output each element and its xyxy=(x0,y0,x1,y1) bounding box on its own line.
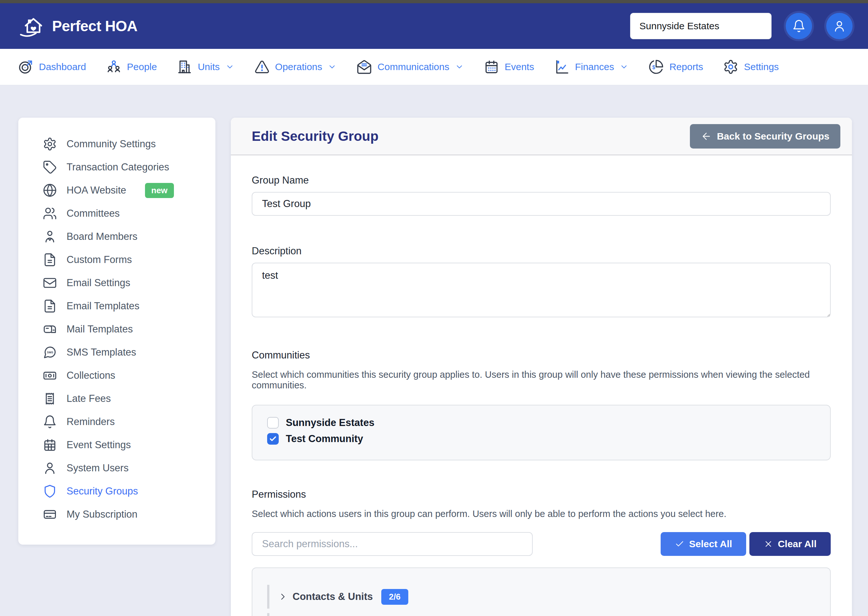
checkbox-unchecked[interactable] xyxy=(267,417,279,429)
sidebar-item-transaction-categories[interactable]: Transaction Categories xyxy=(18,156,215,179)
sidebar-item-label: Committees xyxy=(66,208,119,219)
sidebar-item-email-settings[interactable]: Email Settings xyxy=(18,271,215,294)
svg-text:SMS: SMS xyxy=(47,351,53,354)
sidebar-item-system-users[interactable]: System Users xyxy=(18,457,215,480)
window-top-strip xyxy=(0,0,868,3)
tag-icon xyxy=(43,160,57,174)
nav-item-dashboard[interactable]: Dashboard xyxy=(18,59,86,75)
sidebar-item-board-members[interactable]: Board Members xyxy=(18,225,215,248)
panel-header: Edit Security Group Back to Security Gro… xyxy=(231,118,852,155)
sidebar-item-hoa-website[interactable]: HOA Website new xyxy=(18,179,215,202)
sidebar-item-my-subscription[interactable]: My Subscription xyxy=(18,503,215,526)
chevron-down-icon xyxy=(455,62,464,71)
nav-label: People xyxy=(127,61,157,72)
events-icon xyxy=(484,59,499,75)
permissions-section: Permissions Select which actions users i… xyxy=(252,489,831,616)
description-textarea[interactable]: test xyxy=(252,262,831,317)
house-heart-logo-icon xyxy=(18,14,49,39)
mailbox-icon xyxy=(43,322,57,336)
gear-icon xyxy=(723,59,738,75)
bell-icon xyxy=(792,19,806,33)
nav-item-events[interactable]: Events xyxy=(484,59,534,75)
sidebar-item-label: System Users xyxy=(66,462,129,474)
edit-security-group-panel: Edit Security Group Back to Security Gro… xyxy=(231,118,852,616)
chevron-right-icon xyxy=(278,592,288,602)
nav-item-units[interactable]: Units xyxy=(177,59,234,75)
units-icon xyxy=(177,59,192,75)
chevron-down-icon xyxy=(328,62,337,71)
sidebar-item-security-groups[interactable]: Security Groups xyxy=(18,480,215,503)
group-name-input[interactable] xyxy=(252,192,831,216)
account-button[interactable] xyxy=(826,13,852,39)
sidebar-item-sms-templates[interactable]: SMS SMS Templates xyxy=(18,341,215,364)
sidebar-item-label: Mail Templates xyxy=(66,324,133,335)
people-group-icon xyxy=(43,206,57,220)
back-button-label: Back to Security Groups xyxy=(717,131,829,142)
sidebar-item-email-templates[interactable]: Email Templates xyxy=(18,294,215,317)
permission-group-financial-banking[interactable]: Financial - Banking 5/15 xyxy=(267,613,830,616)
permissions-groups-panel: Contacts & Units 2/6 Financial - Banking… xyxy=(252,567,831,616)
app-header: Perfect HOA xyxy=(0,3,868,49)
sidebar-item-collections[interactable]: Collections xyxy=(18,364,215,387)
sidebar-item-label: Board Members xyxy=(66,231,138,242)
sidebar-item-mail-templates[interactable]: Mail Templates xyxy=(18,317,215,341)
permission-count-badge: 2/6 xyxy=(381,589,408,605)
notifications-button[interactable] xyxy=(786,13,812,39)
clear-all-label: Clear All xyxy=(778,539,816,550)
globe-icon xyxy=(43,183,57,197)
sidebar-item-community-settings[interactable]: Community Settings xyxy=(18,132,215,156)
sidebar-item-committees[interactable]: Committees xyxy=(18,202,215,225)
nav-item-operations[interactable]: Operations xyxy=(254,59,337,75)
checkbox-checked[interactable] xyxy=(267,433,279,445)
user-icon xyxy=(43,461,57,475)
nav-item-settings[interactable]: Settings xyxy=(723,59,779,75)
document-icon xyxy=(43,253,57,267)
main-nav: Dashboard People Units Operations xyxy=(0,49,868,85)
sidebar-item-reminders[interactable]: Reminders xyxy=(18,410,215,434)
bell-icon xyxy=(43,415,57,429)
board-member-icon xyxy=(43,229,57,244)
select-all-button[interactable]: Select All xyxy=(661,532,746,556)
nav-item-finances[interactable]: Finances xyxy=(554,59,628,75)
brand-logo: Perfect HOA xyxy=(18,14,137,39)
permissions-heading: Permissions xyxy=(252,489,831,500)
nav-item-people[interactable]: People xyxy=(106,59,157,75)
nav-label: Reports xyxy=(669,61,703,72)
communities-panel: Sunnyside Estates Test Community xyxy=(252,405,831,460)
new-badge: new xyxy=(145,183,174,198)
nav-label: Settings xyxy=(744,61,779,72)
gear-icon xyxy=(43,137,57,151)
sidebar-item-event-settings[interactable]: Event Settings xyxy=(18,434,215,457)
nav-item-reports[interactable]: $ Reports xyxy=(648,59,703,75)
community-option-label: Test Community xyxy=(286,433,363,445)
community-option-sunnyside-estates[interactable]: Sunnyside Estates xyxy=(267,417,830,429)
communities-help-text: Select which communities this security g… xyxy=(252,369,831,391)
nav-label: Units xyxy=(198,61,220,72)
community-selector-input[interactable] xyxy=(630,13,772,39)
clear-all-button[interactable]: Clear All xyxy=(749,532,831,556)
sidebar-item-label: Email Templates xyxy=(66,300,140,312)
permission-group-contacts-units[interactable]: Contacts & Units 2/6 xyxy=(267,585,830,609)
operations-icon xyxy=(254,59,270,75)
group-name-field: Group Name xyxy=(252,174,831,216)
back-to-security-groups-button[interactable]: Back to Security Groups xyxy=(690,124,840,149)
description-field: Description test xyxy=(252,245,831,319)
sidebar-item-custom-forms[interactable]: Custom Forms xyxy=(18,248,215,271)
page-title: Edit Security Group xyxy=(252,129,378,144)
sms-bubble-icon: SMS xyxy=(43,345,57,360)
communities-heading: Communities xyxy=(252,349,831,361)
community-option-label: Sunnyside Estates xyxy=(286,417,375,429)
search-permissions-input[interactable] xyxy=(252,532,533,556)
banknote-icon xyxy=(43,368,57,383)
nav-label: Finances xyxy=(575,61,614,72)
people-icon xyxy=(106,59,121,75)
select-all-label: Select All xyxy=(689,539,732,550)
sidebar-item-label: Custom Forms xyxy=(66,254,132,266)
check-icon xyxy=(269,435,277,443)
sidebar-item-label: Collections xyxy=(66,370,115,381)
sidebar-item-late-fees[interactable]: Late Fees xyxy=(18,387,215,410)
community-option-test-community[interactable]: Test Community xyxy=(267,433,830,445)
sidebar-item-label: Reminders xyxy=(66,416,115,427)
sidebar-item-label: Community Settings xyxy=(66,138,155,150)
nav-item-communications[interactable]: Communications xyxy=(356,59,463,75)
